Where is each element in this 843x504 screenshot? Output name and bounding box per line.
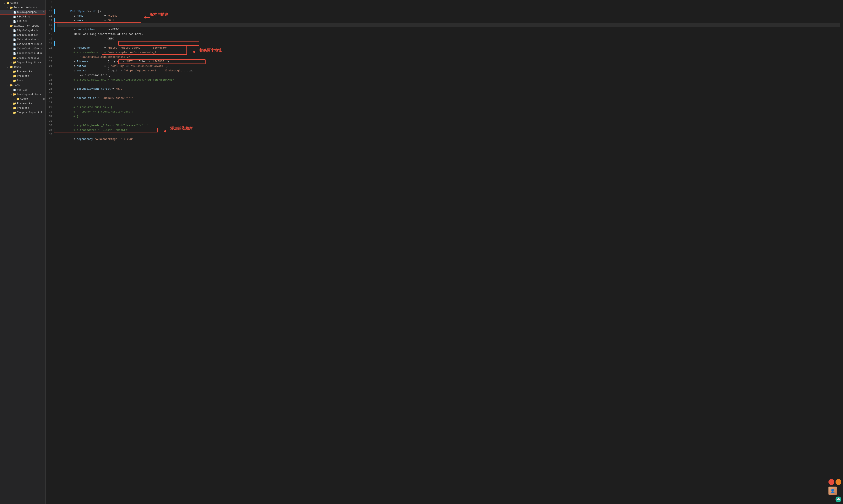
sidebar-item-cdemo-podspec[interactable]: 📄 CDemo.podspec M xyxy=(0,10,46,15)
sidebar-item-frameworks[interactable]: 📁 Frameworks xyxy=(0,69,46,74)
code-line-11: s.version = '0.1' xyxy=(57,14,840,18)
sidebar-item-launchscreen-storyboard[interactable]: 📄 LaunchScreen.storyboard xyxy=(0,51,46,56)
sidebar-item-frameworks2[interactable]: 📁 Frameworks xyxy=(0,101,46,106)
sidebar-item-example-for-cdemo[interactable]: 📂 Example for CDemo xyxy=(0,24,46,28)
sidebar-item-label: CViewController.h xyxy=(17,43,44,46)
arrow-icon xyxy=(10,75,13,77)
folder-icon: 📁 xyxy=(13,74,16,78)
folder-icon: 📁 xyxy=(13,102,16,105)
arrow-icon xyxy=(10,61,13,64)
code-line-31 xyxy=(57,114,840,119)
sidebar-item-label: Pods xyxy=(17,79,44,82)
file-icon: 📄 xyxy=(13,42,16,46)
line-number: 14 xyxy=(47,28,52,32)
line-number: 20 xyxy=(47,59,52,64)
line-number: 33 xyxy=(47,123,52,128)
file-navigator[interactable]: 📁 CDemo 📂 Podspec Metadata 📄 CDemo.podsp… xyxy=(0,0,46,504)
folder-icon: 📂 xyxy=(13,56,16,59)
line-number: 25 xyxy=(47,87,52,91)
chat-btn[interactable]: 💬 xyxy=(836,497,841,502)
sidebar-item-targets-support-files[interactable]: 📁 Targets Support Files xyxy=(0,110,46,115)
sidebar-item-cdemo-root[interactable]: 📁 CDemo xyxy=(0,1,46,5)
sidebar-item-label: Images.xcassets xyxy=(17,56,44,59)
sidebar-item-label: Supporting Files xyxy=(17,61,44,64)
code-line-33: # s.frameworks = 'UIKit', 'MapKit' xyxy=(57,123,840,128)
sidebar-item-label: CViewController.m xyxy=(17,47,44,50)
sidebar-item-cdemo-sub[interactable]: 📁 CDemo M xyxy=(0,97,46,101)
arrow-icon xyxy=(10,102,13,105)
sidebar-item-products2[interactable]: 📁 Products xyxy=(0,106,46,110)
file-icon: 📄 xyxy=(13,29,16,32)
arrow-icon xyxy=(13,98,16,100)
line-number: 12 xyxy=(47,18,52,23)
orange-dot xyxy=(836,479,841,485)
line-number: 32 xyxy=(47,119,52,123)
bottom-right-panel: 👤 💬 xyxy=(827,478,843,504)
code-line-12: s.summary = 'CDemo.' xyxy=(57,18,840,23)
line-number: 22 xyxy=(47,73,52,78)
sidebar-item-readme[interactable]: 📄 README.md xyxy=(0,15,46,19)
sidebar-item-label: Tests xyxy=(14,66,44,69)
sidebar-item-license[interactable]: 📄 LICENSE xyxy=(0,19,46,24)
line-number: 8 xyxy=(47,0,52,4)
folder-icon: 📂 xyxy=(10,84,13,87)
sidebar-item-supporting-files[interactable]: 📁 Supporting Files xyxy=(0,60,46,65)
code-line-24: s.ios.deployment_target = '8.0' xyxy=(57,82,840,87)
line-number: 10 xyxy=(47,9,52,14)
folder-icon: 📁 xyxy=(16,97,19,101)
file-icon: 📄 xyxy=(13,15,16,18)
arrow-icon xyxy=(10,93,13,96)
code-line-15: DESC xyxy=(57,32,840,37)
file-icon: 📄 xyxy=(13,20,16,23)
sidebar-item-cviewcontroller-h[interactable]: 📄 CViewController.h xyxy=(0,42,46,47)
sidebar-item-label: CAppDelegate.h xyxy=(17,29,44,32)
line-number: 16 xyxy=(47,37,52,41)
sidebar-item-label: LaunchScreen.storyboard xyxy=(17,52,44,55)
sidebar-item-products[interactable]: 📁 Products xyxy=(0,74,46,78)
code-line-35: s.dependency 'AFNetworking', '~> 2.3' xyxy=(57,132,840,137)
sidebar-item-cappdelegate-m[interactable]: 📄 CAppDelegate.m xyxy=(0,33,46,37)
sidebar-item-podspec-metadata[interactable]: 📂 Podspec Metadata xyxy=(0,5,46,10)
sidebar-item-cappdelegate-h[interactable]: 📄 CAppDelegate.h xyxy=(0,28,46,33)
code-line-25 xyxy=(57,87,840,91)
folder-icon: 📂 xyxy=(13,93,16,96)
code-line-29: # 'CDemo' => ['CDemo/Assets/*.png'] xyxy=(57,105,840,110)
line-number: 31 xyxy=(47,114,52,119)
code-line-30: # } xyxy=(57,110,840,114)
sidebar-item-cviewcontroller-m[interactable]: 📄 CViewController.m xyxy=(0,47,46,51)
code-line-14: TODO: Add long description of the pod he… xyxy=(57,28,840,32)
sidebar-item-images-xcassets[interactable]: 📂 Images.xcassets xyxy=(0,56,46,60)
line-number xyxy=(47,69,52,73)
sidebar-item-label: CDemo.podspec xyxy=(17,11,42,14)
sidebar-item-podfile[interactable]: 📄 Podfile xyxy=(0,88,46,92)
line-number: 18 xyxy=(47,46,52,50)
line-number: 15 xyxy=(47,32,52,37)
folder-icon: 📁 xyxy=(13,79,16,83)
sidebar-item-label: CDemo xyxy=(11,2,44,4)
folder-icon: 📁 xyxy=(13,111,16,114)
sidebar-item-label: README.md xyxy=(17,15,44,18)
sidebar-item-label: Example for CDemo xyxy=(14,24,44,28)
arrow-icon xyxy=(7,66,9,68)
line-number: 35 xyxy=(47,132,52,137)
file-icon: 📄 xyxy=(13,88,16,92)
line-number: 9 xyxy=(47,4,52,9)
line-number: 28 xyxy=(47,101,52,105)
sidebar-item-label: LICENSE xyxy=(17,20,44,23)
code-editor[interactable]: 8 9 10 11 12 13 14 15 16 17 18 19 20 21 … xyxy=(46,0,843,504)
line-number: 17 xyxy=(47,41,52,46)
arrow-icon xyxy=(10,70,13,73)
arrow-icon xyxy=(10,107,13,109)
avatar: 👤 xyxy=(828,487,837,495)
code-line-28: # s.resource_bundles = { xyxy=(57,101,840,105)
sidebar-item-pods-root[interactable]: 📂 Pods xyxy=(0,83,46,88)
sidebar-item-development-pods[interactable]: 📂 Development Pods xyxy=(0,92,46,97)
sidebar-item-tests[interactable]: 📁 Tests xyxy=(0,65,46,69)
sidebar-item-pods-sub[interactable]: 📁 Pods xyxy=(0,78,46,83)
code-line-18-cont: 'www.example.com/screenshots_2' xyxy=(57,50,840,55)
code-content: 8 9 10 11 12 13 14 15 16 17 18 19 20 21 … xyxy=(46,0,843,504)
folder-icon: 📁 xyxy=(13,61,16,64)
folder-icon: 📁 xyxy=(10,66,13,69)
sidebar-item-main-storyboard[interactable]: 📄 Main.storyboard xyxy=(0,37,46,42)
arrow-icon xyxy=(3,2,6,4)
